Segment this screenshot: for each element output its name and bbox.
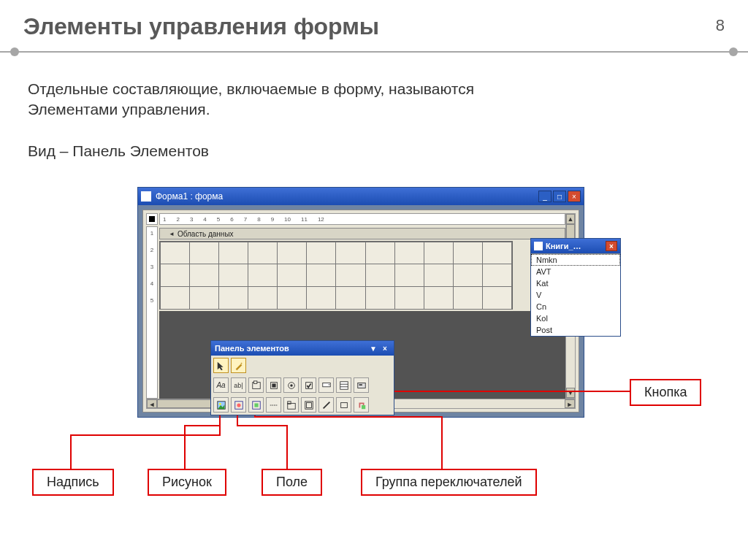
tool-option-group[interactable]	[248, 377, 264, 393]
connector-line	[70, 434, 221, 436]
grid-cell[interactable]	[160, 287, 190, 310]
tool-command-button[interactable]	[354, 377, 369, 393]
field-list-item[interactable]: Kat	[531, 277, 620, 289]
grid-cell[interactable]	[366, 287, 395, 310]
window-titlebar[interactable]: Форма1 : форма _ □ ×	[138, 188, 584, 205]
toolbox-titlebar[interactable]: Панель элементов ▼ ×	[211, 341, 394, 356]
scroll-left-icon[interactable]: ◄	[147, 399, 157, 408]
grid-cell[interactable]	[395, 287, 424, 310]
tool-subform[interactable]	[301, 397, 316, 413]
minimize-button[interactable]: _	[538, 191, 552, 202]
connector-line	[254, 416, 443, 418]
grid-cell[interactable]	[483, 264, 512, 287]
grid-cell[interactable]	[366, 264, 395, 287]
tool-listbox[interactable]	[336, 377, 351, 393]
toolbox-row-3	[211, 395, 394, 415]
tool-line[interactable]	[318, 397, 334, 413]
body-text: Отдельные составляющие, включаемые в фор…	[28, 79, 474, 161]
grid-cell[interactable]	[454, 264, 483, 287]
svg-point-6	[290, 384, 293, 387]
callout-image: Рисунок	[148, 469, 226, 496]
connector-line	[286, 425, 288, 469]
toolbox-panel[interactable]: Панель элементов ▼ × Aa ab|	[210, 340, 394, 415]
horizontal-ruler[interactable]: 1 2 3 4 5 6 7 8 9 10 11 12	[159, 213, 565, 225]
tool-checkbox[interactable]	[301, 377, 316, 393]
grid-cell[interactable]	[307, 242, 336, 264]
toolbox-close-icon[interactable]: ×	[380, 343, 390, 353]
grid-cell[interactable]	[190, 287, 219, 310]
field-list-titlebar[interactable]: Книги_… ×	[531, 239, 620, 253]
grid-cell[interactable]	[248, 287, 278, 310]
tool-option-button[interactable]	[283, 377, 299, 393]
design-grid[interactable]	[159, 241, 513, 310]
tool-page-break[interactable]	[266, 397, 281, 413]
grid-cell[interactable]	[424, 264, 454, 287]
field-list-item[interactable]: Kol	[531, 312, 620, 324]
grid-cell[interactable]	[395, 264, 424, 287]
field-list-item[interactable]: AVT	[531, 266, 620, 277]
grid-cell[interactable]	[336, 264, 365, 287]
tool-label[interactable]: Aa	[213, 377, 229, 393]
field-list-close-button[interactable]: ×	[606, 241, 617, 251]
scroll-down-icon[interactable]: ▼	[566, 388, 575, 398]
grid-cell[interactable]	[190, 264, 219, 287]
grid-cell[interactable]	[483, 242, 512, 264]
ruler-tick: 2	[150, 247, 153, 253]
grid-cell[interactable]	[160, 242, 190, 264]
grid-cell[interactable]	[454, 242, 483, 264]
grid-cell[interactable]	[278, 242, 307, 264]
grid-cell[interactable]	[248, 242, 278, 264]
tool-textbox[interactable]: ab|	[231, 377, 246, 393]
grid-cell[interactable]	[336, 287, 365, 310]
grid-cell[interactable]	[483, 287, 512, 310]
tool-unbound-object[interactable]	[231, 397, 246, 413]
tool-tab-control[interactable]	[283, 397, 299, 413]
tool-more-controls[interactable]	[354, 397, 369, 413]
tool-rectangle[interactable]	[336, 397, 351, 413]
tool-wizard[interactable]	[231, 358, 246, 373]
scroll-right-icon[interactable]: ►	[565, 399, 575, 408]
grid-cell[interactable]	[219, 287, 248, 310]
section-header-label: Область данных	[178, 230, 234, 238]
tool-toggle-button[interactable]	[266, 377, 281, 393]
ruler-tick: 8	[257, 216, 260, 223]
tool-pointer[interactable]	[213, 358, 229, 373]
tool-bound-object[interactable]	[248, 397, 264, 413]
grid-cell[interactable]	[160, 264, 190, 287]
grid-cell[interactable]	[219, 264, 248, 287]
tool-image[interactable]	[213, 397, 229, 413]
grid-cell[interactable]	[307, 264, 336, 287]
ruler-tick: 7	[244, 216, 247, 223]
scroll-up-icon[interactable]: ▲	[566, 214, 575, 224]
ruler-tick: 10	[284, 216, 291, 223]
grid-cell[interactable]	[395, 242, 424, 264]
tool-combobox[interactable]	[318, 377, 334, 393]
grid-cell[interactable]	[454, 287, 483, 310]
close-button[interactable]: ×	[568, 191, 581, 202]
grid-cell[interactable]	[278, 287, 307, 310]
field-list-item[interactable]: Cn	[531, 301, 620, 312]
grid-cell[interactable]	[248, 264, 278, 287]
svg-rect-4	[272, 383, 275, 387]
section-header-bar[interactable]: Область данных	[159, 228, 565, 239]
toolbox-dropdown-icon[interactable]: ▼	[368, 343, 378, 353]
field-list-panel[interactable]: Книги_… × Nmkn AVT Kat V Cn Kol Post	[530, 238, 621, 337]
grid-cell[interactable]	[190, 242, 219, 264]
grid-cell[interactable]	[366, 242, 395, 264]
grid-cell[interactable]	[424, 242, 454, 264]
grid-cell[interactable]	[336, 242, 365, 264]
maximize-button[interactable]: □	[553, 191, 566, 202]
connector-line	[377, 391, 630, 392]
field-list-item[interactable]: Post	[531, 324, 620, 336]
field-list-item[interactable]: Nmkn	[531, 254, 620, 266]
paragraph-line: Отдельные составляющие, включаемые в фор…	[28, 79, 474, 99]
vertical-ruler[interactable]: 1 2 3 4 5	[146, 226, 158, 399]
connector-line	[184, 425, 186, 469]
grid-cell[interactable]	[278, 264, 307, 287]
grid-cell[interactable]	[219, 242, 248, 264]
ruler-corner[interactable]	[146, 213, 158, 225]
grid-cell[interactable]	[424, 287, 454, 310]
svg-rect-9	[340, 381, 348, 389]
field-list-item[interactable]: V	[531, 289, 620, 301]
grid-cell[interactable]	[307, 287, 336, 310]
